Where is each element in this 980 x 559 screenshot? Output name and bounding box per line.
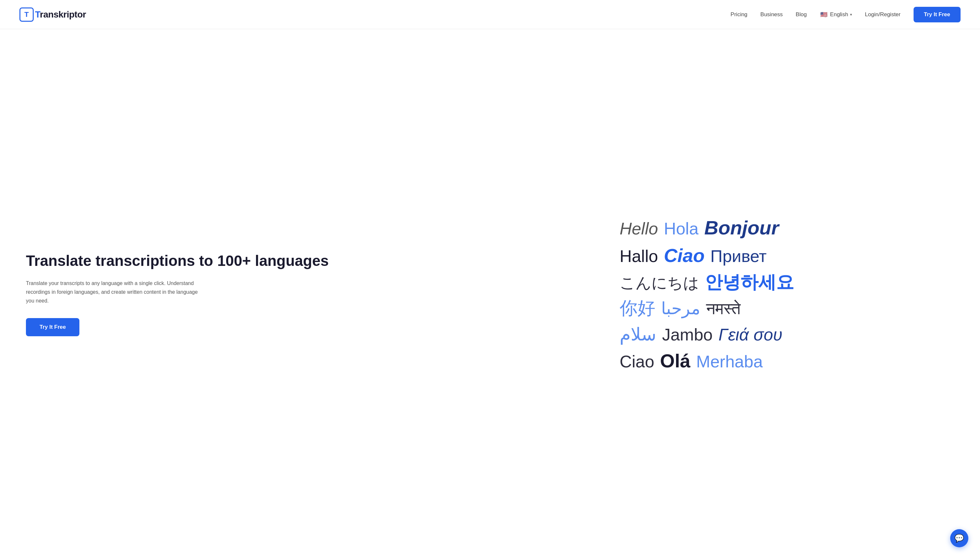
chat-icon: 💬 — [954, 534, 964, 543]
lang-merhaba: Merhaba — [696, 350, 762, 373]
nav-blog[interactable]: Blog — [795, 12, 807, 18]
lang-salam: سلام — [620, 322, 656, 346]
logo-letter: T — [24, 10, 28, 19]
logo-rest: ranskriptor — [40, 9, 86, 20]
lang-row-3: こんにちは 안녕하세요 — [620, 270, 794, 294]
lang-privet: Привет — [710, 245, 766, 268]
lang-jambo: Jambo — [662, 323, 713, 346]
lang-hallo: Hallo — [620, 245, 658, 268]
language-selector[interactable]: 🇺🇸 English ▾ — [820, 10, 852, 19]
hero-right: Hello Hola Bonjour Hallo Ciao Привет こんに… — [447, 215, 960, 374]
lang-nihao: 你好 — [620, 296, 655, 320]
logo-text: Transkriptor — [35, 9, 86, 20]
login-register-link[interactable]: Login/Register — [865, 12, 901, 18]
lang-bonjour: Bonjour — [704, 215, 779, 241]
chevron-down-icon: ▾ — [850, 12, 852, 17]
lang-row-1: Hello Hola Bonjour — [620, 215, 794, 241]
lang-hello: Hello — [620, 217, 658, 240]
chat-bubble-button[interactable]: 💬 — [950, 529, 968, 547]
lang-marhaba: مرحبا — [661, 297, 700, 320]
lang-ciao2: Ciao — [620, 350, 654, 373]
navbar: T Transkriptor Pricing Business Blog 🇺🇸 … — [0, 0, 980, 29]
language-label: English — [830, 12, 848, 18]
lang-row-6: Ciao Olá Merhaba — [620, 348, 794, 374]
lang-row-4: 你好 مرحبا नमस्ते — [620, 296, 794, 320]
logo-icon: T — [20, 7, 34, 22]
hero-section: Translate transcriptions to 100+ languag… — [0, 29, 980, 559]
lang-ola: Olá — [660, 348, 691, 374]
try-it-free-nav-button[interactable]: Try It Free — [914, 7, 960, 22]
lang-ciao-italian: Ciao — [664, 243, 704, 268]
try-it-free-hero-button[interactable]: Try It Free — [26, 318, 79, 336]
lang-annyeonghaseyo: 안녕하세요 — [705, 270, 794, 294]
flag-icon: 🇺🇸 — [820, 10, 828, 19]
logo[interactable]: T Transkriptor — [20, 7, 86, 22]
nav-pricing[interactable]: Pricing — [731, 12, 747, 18]
nav-links: Pricing Business Blog 🇺🇸 English ▾ Login… — [731, 7, 960, 22]
nav-business[interactable]: Business — [760, 12, 783, 18]
lang-konnichiwa: こんにちは — [620, 273, 699, 294]
lang-namaste: नमस्ते — [706, 298, 741, 320]
lang-row-2: Hallo Ciao Привет — [620, 243, 794, 268]
lang-hola: Hola — [664, 217, 698, 240]
lang-yia-sou: Γειά σου — [718, 323, 782, 346]
language-cloud: Hello Hola Bonjour Hallo Ciao Привет こんに… — [620, 215, 794, 374]
logo-T-letter: T — [35, 9, 40, 20]
hero-description: Translate your transcripts to any langua… — [26, 279, 201, 306]
hero-left: Translate transcriptions to 100+ languag… — [26, 252, 447, 337]
lang-row-5: سلام Jambo Γειά σου — [620, 322, 794, 346]
hero-title: Translate transcriptions to 100+ languag… — [26, 252, 434, 270]
